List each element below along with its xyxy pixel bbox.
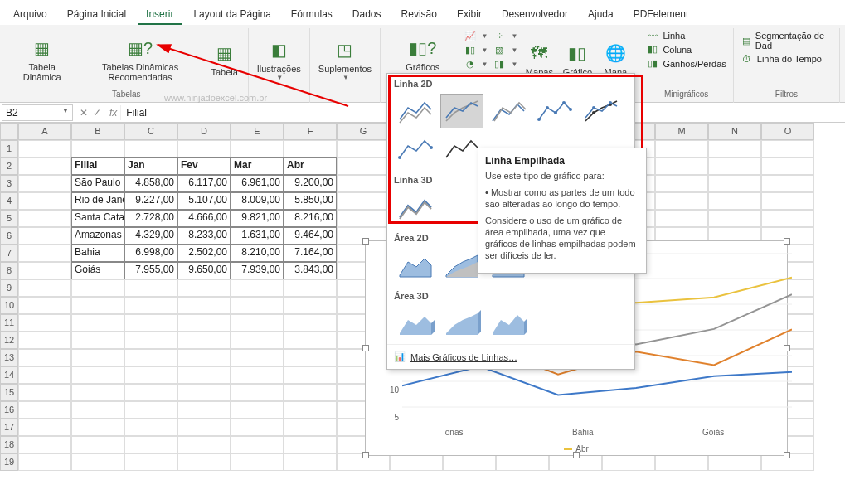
cell[interactable]: 9.464,00 [284,227,337,245]
cell[interactable] [177,349,231,366]
cell[interactable]: 3.843,00 [284,262,337,279]
cell[interactable]: Mar [231,158,284,175]
cell[interactable]: Rio de Janeiro [71,192,124,210]
more-line-charts[interactable]: 📊Mais Gráficos de Linhas… [387,344,634,369]
timeline-button[interactable]: ⏱Linha do Tempo [739,53,834,65]
area3d-option-2[interactable] [440,306,483,341]
cell[interactable] [18,384,71,401]
chart-type-bar-dropdown[interactable]: ▮▯▼ [462,44,490,56]
cell[interactable] [231,366,284,384]
cell[interactable] [284,314,337,332]
cell[interactable] [18,436,71,453]
cell[interactable] [655,192,708,210]
cell[interactable] [177,140,231,158]
cell[interactable] [655,158,708,175]
cell[interactable] [18,332,71,349]
recommended-pivot-button[interactable]: ▦?Tabelas Dinâmicas Recomendadas [75,28,204,88]
cell[interactable] [231,332,284,349]
cell[interactable] [124,332,177,349]
area2d-option-1[interactable] [394,248,437,283]
cell[interactable] [177,366,231,384]
tab-desenvolvedor[interactable]: Desenvolvedor [493,5,576,25]
cell[interactable] [124,297,177,314]
cell[interactable] [708,175,761,192]
cell[interactable] [71,332,124,349]
cell[interactable] [71,366,124,384]
tab-pdf[interactable]: PDFelement [625,5,697,25]
resize-handle[interactable] [362,238,369,245]
cell[interactable]: 5.107,00 [177,192,231,210]
cell[interactable] [231,349,284,366]
cell[interactable]: 8.233,00 [177,227,231,245]
cell[interactable] [761,158,814,175]
tab-layout[interactable]: Layout da Página [185,5,279,25]
cell[interactable]: 7.939,00 [231,262,284,279]
cell[interactable] [655,453,708,471]
line2d-option-3[interactable] [487,94,530,128]
cell[interactable] [231,384,284,401]
cell[interactable] [284,332,337,349]
cell[interactable] [284,384,337,401]
tab-revisao[interactable]: Revisão [393,5,445,25]
table-button[interactable]: ▦Tabela [206,28,243,88]
cell[interactable]: Abr [284,158,337,175]
cell[interactable]: 9.227,00 [124,192,177,210]
cell[interactable] [761,192,814,210]
line3d-option-1[interactable] [394,190,437,225]
cell[interactable] [284,140,337,158]
cell[interactable] [231,314,284,332]
cell[interactable]: 2.728,00 [124,210,177,227]
cell[interactable] [284,453,337,471]
tab-dados[interactable]: Dados [344,5,390,25]
resize-handle[interactable] [362,345,369,351]
cell[interactable]: Santa Catarina [71,210,124,227]
cell[interactable] [71,279,124,297]
cell[interactable] [708,453,761,471]
sparkline-winloss[interactable]: ▯▮Ganhos/Perdas [644,57,727,70]
tab-ajuda[interactable]: Ajuda [580,5,622,25]
cell[interactable] [71,297,124,314]
cell[interactable]: 8.009,00 [231,192,284,210]
cell[interactable] [177,314,231,332]
cell[interactable] [602,453,655,471]
cell[interactable] [124,384,177,401]
cell[interactable] [337,175,390,192]
cell[interactable] [18,297,71,314]
tab-arquivo[interactable]: Arquivo [5,5,56,25]
cell[interactable] [71,349,124,366]
cell[interactable] [18,419,71,436]
sparkline-line[interactable]: 〰Linha [644,30,727,41]
cell[interactable] [124,279,177,297]
tab-inserir[interactable]: Inserir [138,5,182,25]
cell[interactable]: 4.666,00 [177,210,231,227]
cell[interactable] [124,314,177,332]
cell[interactable] [337,158,390,175]
cell[interactable] [231,140,284,158]
cell[interactable]: 9.650,00 [177,262,231,279]
cell[interactable] [18,349,71,366]
cell[interactable]: Jan [124,158,177,175]
cell[interactable] [18,192,71,210]
cell[interactable]: 5.850,00 [284,192,337,210]
cell[interactable]: São Paulo [71,175,124,192]
cell[interactable]: Goiás [71,262,124,279]
cell[interactable] [124,401,177,419]
cell[interactable]: Fev [177,158,231,175]
cell[interactable]: 4.329,00 [124,227,177,245]
cell[interactable] [177,436,231,453]
slicer-button[interactable]: ▤Segmentação de Dad [739,30,834,51]
cell[interactable]: Amazonas [71,227,124,245]
line2d-option-4[interactable] [533,94,576,128]
cell[interactable] [124,349,177,366]
cell[interactable] [708,158,761,175]
cell[interactable] [18,245,71,262]
cell[interactable] [71,384,124,401]
cell[interactable] [18,262,71,279]
cancel-icon[interactable]: ✕ [80,107,88,119]
illustrations-button[interactable]: ◧Ilustrações▼ [254,28,304,88]
line2d-option-2[interactable] [440,94,483,128]
cell[interactable] [496,453,549,471]
cell[interactable] [18,366,71,384]
cell[interactable]: 4.858,00 [124,175,177,192]
cell[interactable] [18,158,71,175]
